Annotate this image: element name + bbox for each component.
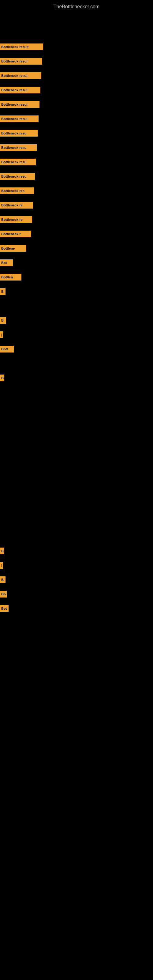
bar-row-3: Bottleneck resul (0, 87, 40, 94)
bar-24: B (0, 576, 5, 583)
bar-label-0: Bottleneck result (1, 45, 29, 49)
bar-row-10: Bottleneck res (0, 188, 34, 194)
bar-16: Bottlen (0, 274, 21, 280)
bar-label-23: | (1, 563, 2, 567)
bar-label-26: Bot (1, 607, 7, 610)
bar-row-7: Bottleneck resu (0, 144, 37, 151)
bar-row-25: Bo (0, 591, 7, 598)
bar-18: B (0, 317, 6, 324)
bar-row-13: Bottleneck r (0, 231, 31, 237)
bar-label-2: Bottleneck resul (1, 74, 27, 78)
bar-4: Bottleneck resul (0, 101, 40, 108)
bar-label-19: | (1, 333, 2, 337)
bar-label-20: Bott (1, 347, 8, 351)
bar-15: Bot (0, 259, 13, 266)
bar-22: B (0, 547, 4, 554)
bar-label-18: B (1, 318, 4, 322)
bar-row-15: Bot (0, 259, 13, 266)
bar-label-11: Bottleneck re (1, 204, 22, 207)
bar-row-24: B (0, 576, 5, 583)
bar-row-21: B (0, 375, 4, 381)
bar-row-11: Bottleneck re (0, 202, 33, 208)
site-title: TheBottlenecker.com (0, 2, 153, 12)
bar-row-16: Bottlen (0, 274, 21, 280)
bar-row-17: B (0, 288, 5, 295)
bar-row-5: Bottleneck resul (0, 115, 38, 122)
bar-label-21: B (1, 376, 4, 380)
bar-label-25: Bo (1, 592, 6, 596)
bar-label-16: Bottlen (1, 275, 13, 279)
bar-row-6: Bottleneck resu (0, 130, 38, 137)
bar-23: | (0, 562, 3, 569)
bar-2: Bottleneck resul (0, 72, 41, 79)
bar-label-5: Bottleneck resul (1, 117, 27, 121)
bar-label-22: B (1, 549, 4, 553)
bar-label-12: Bottleneck re (1, 218, 22, 221)
bar-label-4: Bottleneck resul (1, 103, 27, 106)
bar-label-24: B (1, 578, 4, 582)
bar-label-8: Bottleneck resu (1, 160, 27, 164)
bar-11: Bottleneck re (0, 202, 33, 208)
bar-label-1: Bottleneck resul (1, 59, 27, 63)
bar-12: Bottleneck re (0, 216, 32, 223)
bar-7: Bottleneck resu (0, 144, 37, 151)
bar-21: B (0, 375, 4, 381)
bar-row-14: Bottlene (0, 245, 26, 252)
bar-row-0: Bottleneck result (0, 43, 43, 50)
bar-19: | (0, 331, 3, 338)
bar-row-8: Bottleneck resu (0, 159, 36, 165)
bar-label-10: Bottleneck res (1, 189, 24, 192)
bar-9: Bottleneck resu (0, 173, 35, 180)
bar-25: Bo (0, 591, 7, 598)
bar-row-2: Bottleneck resul (0, 72, 41, 79)
bar-8: Bottleneck resu (0, 159, 36, 165)
bar-3: Bottleneck resul (0, 87, 40, 94)
bar-label-17: B (1, 290, 4, 293)
bar-label-6: Bottleneck resu (1, 131, 27, 135)
bar-13: Bottleneck r (0, 231, 31, 237)
bar-label-3: Bottleneck resul (1, 88, 27, 92)
bar-row-26: Bot (0, 605, 9, 612)
bar-10: Bottleneck res (0, 188, 34, 194)
bar-row-23: | (0, 562, 3, 569)
bar-6: Bottleneck resu (0, 130, 38, 137)
bar-label-14: Bottlene (1, 247, 15, 250)
bar-14: Bottlene (0, 245, 26, 252)
bar-row-4: Bottleneck resul (0, 101, 40, 108)
bar-1: Bottleneck resul (0, 58, 42, 65)
bar-row-1: Bottleneck resul (0, 58, 42, 65)
bar-label-7: Bottleneck resu (1, 146, 27, 150)
bar-row-18: B (0, 317, 6, 324)
bar-label-15: Bot (1, 261, 7, 265)
bar-20: Bott (0, 346, 14, 353)
bar-5: Bottleneck resul (0, 115, 38, 122)
bar-label-9: Bottleneck resu (1, 175, 27, 178)
bar-0: Bottleneck result (0, 43, 43, 50)
bar-row-19: | (0, 331, 3, 338)
bar-row-20: Bott (0, 346, 14, 353)
bar-row-9: Bottleneck resu (0, 173, 35, 180)
bar-row-12: Bottleneck re (0, 216, 32, 223)
bar-26: Bot (0, 605, 9, 612)
bar-17: B (0, 288, 5, 295)
bar-label-13: Bottleneck r (1, 232, 21, 236)
bar-row-22: B (0, 547, 4, 554)
